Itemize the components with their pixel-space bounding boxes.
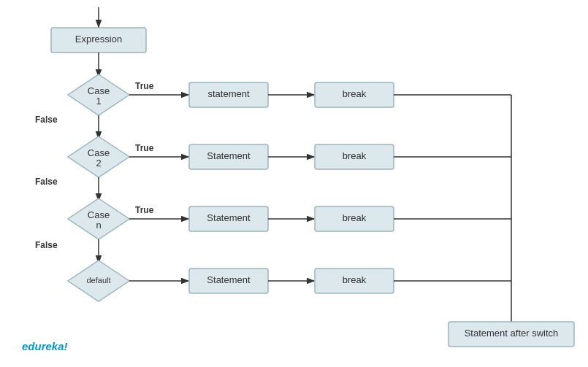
breakn-label: break xyxy=(343,212,367,223)
break2-label: break xyxy=(343,150,367,161)
case1-false-label: False xyxy=(35,115,58,125)
case2-false-label: False xyxy=(35,177,58,187)
default-label: default xyxy=(86,276,110,285)
case2-true-label: True xyxy=(135,143,154,153)
brand-label: edureka! xyxy=(22,340,68,352)
case1-label: Case xyxy=(88,85,110,96)
casen-true-label: True xyxy=(135,205,154,215)
casen-false-label: False xyxy=(35,240,58,250)
case1-num: 1 xyxy=(96,96,101,107)
case1-true-label: True xyxy=(135,81,154,91)
casen-num: n xyxy=(96,220,101,231)
after-switch-label: Statement after switch xyxy=(465,328,559,339)
stmtd-label: Statement xyxy=(207,274,251,285)
expression-label: Expression xyxy=(75,34,122,45)
case2-label: Case xyxy=(88,147,110,158)
break1-label: break xyxy=(343,88,367,99)
stmt1-label: statement xyxy=(207,88,249,99)
stmtn-label: Statement xyxy=(207,212,251,223)
casen-label: Case xyxy=(88,209,110,220)
case2-num: 2 xyxy=(96,158,101,169)
flowchart-diagram: Expression Case 1 True statement break F… xyxy=(0,0,588,367)
breakd-label: break xyxy=(343,274,367,285)
stmt2-label: Statement xyxy=(207,150,251,161)
